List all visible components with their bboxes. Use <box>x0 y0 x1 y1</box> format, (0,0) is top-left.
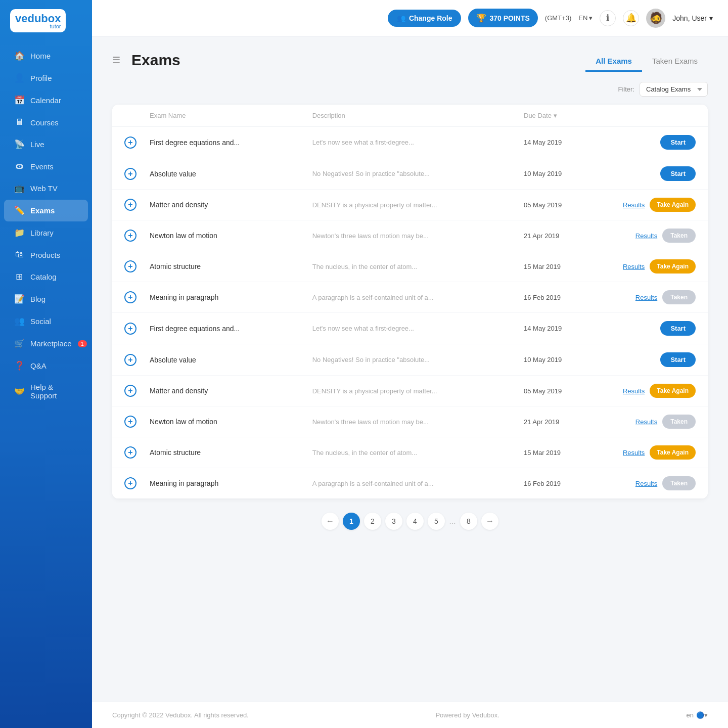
results-link[interactable]: Results <box>623 449 645 457</box>
courses-icon: 🖥 <box>14 117 24 127</box>
calendar-icon: 📅 <box>14 95 24 106</box>
take-again-button[interactable]: Take Again <box>650 198 696 212</box>
exam-name: First degree equations and... <box>150 325 312 333</box>
page-button-2[interactable]: 2 <box>364 513 381 530</box>
exam-name: Newton law of motion <box>150 418 312 426</box>
expand-button[interactable]: + <box>124 291 136 303</box>
change-role-button[interactable]: 👥 Change Role <box>388 10 462 27</box>
change-role-label: Change Role <box>409 14 452 22</box>
sidebar-item-marketplace[interactable]: 🛒 Marketplace 1 <box>4 333 88 354</box>
exam-desc: The nucleus, in the center of atom... <box>312 263 524 270</box>
expand-button[interactable]: + <box>124 477 136 489</box>
sidebar-item-social[interactable]: 👥 Social <box>4 310 88 332</box>
sidebar-item-library[interactable]: 📁 Library <box>4 222 88 244</box>
exam-name: Matter and density <box>150 387 312 395</box>
next-page-button[interactable]: → <box>481 513 498 530</box>
sidebar-item-live[interactable]: 📡 Live <box>4 133 88 155</box>
results-link[interactable]: Results <box>635 418 657 426</box>
expand-button[interactable]: + <box>124 323 136 335</box>
expand-button[interactable]: + <box>124 230 136 242</box>
flag-icon: 🔵▾ <box>696 711 708 719</box>
tab-all-exams[interactable]: All Exams <box>585 52 642 72</box>
sidebar-item-events[interactable]: 🎟 Events <box>4 156 88 177</box>
expand-button[interactable]: + <box>124 385 136 397</box>
exam-date: 14 May 2019 <box>524 325 605 332</box>
sidebar-item-webtv[interactable]: 📺 Web TV <box>4 177 88 199</box>
page-button-5[interactable]: 5 <box>428 513 445 530</box>
results-link[interactable]: Results <box>623 263 645 270</box>
take-again-button[interactable]: Take Again <box>650 259 696 274</box>
sidebar-item-exams[interactable]: ✏️ Exams <box>4 200 88 221</box>
exam-desc: DENSITY is a physical property of matter… <box>312 201 524 209</box>
language-selector[interactable]: EN ▾ <box>578 14 593 22</box>
hamburger-icon[interactable]: ☰ <box>112 55 120 66</box>
expand-button[interactable]: + <box>124 260 136 272</box>
filter-select[interactable]: Catalog Exams <box>640 82 708 97</box>
expand-button[interactable]: + <box>124 168 136 180</box>
expand-button[interactable]: + <box>124 354 136 366</box>
exam-date: 15 Mar 2019 <box>524 449 605 457</box>
info-icon: ℹ <box>606 13 609 23</box>
trophy-icon: 🏆 <box>476 13 486 23</box>
table-row: + Absolute value No Negatives! So in pra… <box>112 344 708 376</box>
exam-date: 21 Apr 2019 <box>524 418 605 426</box>
points-button[interactable]: 🏆 370 POINTS <box>468 9 537 27</box>
sidebar-item-blog[interactable]: 📝 Blog <box>4 288 88 310</box>
expand-cell: + <box>124 354 150 366</box>
logo-text: vedu <box>15 12 41 25</box>
expand-cell: + <box>124 385 150 397</box>
results-link[interactable]: Results <box>635 232 657 240</box>
expand-cell: + <box>124 446 150 459</box>
start-button[interactable]: Start <box>660 135 696 150</box>
sidebar-item-home[interactable]: 🏠 Home <box>4 45 88 67</box>
exam-date: 05 May 2019 <box>524 201 605 209</box>
results-link[interactable]: Results <box>635 480 657 487</box>
footer-lang[interactable]: en 🔵▾ <box>687 711 708 719</box>
webtv-icon: 📺 <box>14 183 24 194</box>
sidebar-item-catalog[interactable]: ⊞ Catalog <box>4 266 88 288</box>
sidebar-item-profile[interactable]: 👤 Profile <box>4 67 88 89</box>
take-again-button[interactable]: Take Again <box>650 384 696 398</box>
col-date[interactable]: Due Date ▾ <box>524 112 605 119</box>
tab-taken-exams[interactable]: Taken Exams <box>642 52 708 72</box>
expand-button[interactable]: + <box>124 136 136 149</box>
results-link[interactable]: Results <box>623 201 645 209</box>
exam-actions: Start <box>605 166 696 181</box>
expand-button[interactable]: + <box>124 416 136 428</box>
prev-page-button[interactable]: ← <box>322 513 339 530</box>
start-button[interactable]: Start <box>660 352 696 367</box>
notifications-button[interactable]: 🔔 <box>623 10 639 26</box>
page-button-8[interactable]: 8 <box>460 513 477 530</box>
start-button[interactable]: Start <box>660 166 696 181</box>
catalog-icon: ⊞ <box>14 271 24 282</box>
sidebar-item-courses[interactable]: 🖥 Courses <box>4 112 88 133</box>
sidebar-item-help[interactable]: 🤝 Help & Support <box>4 377 88 405</box>
start-button[interactable]: Start <box>660 321 696 336</box>
exam-desc: Let's now see what a first-degree... <box>312 325 524 332</box>
sidebar-label-home: Home <box>30 52 51 60</box>
library-icon: 📁 <box>14 228 24 238</box>
taken-button: Taken <box>662 229 696 243</box>
badge-marketplace: 1 <box>78 340 87 347</box>
expand-button[interactable]: + <box>124 446 136 459</box>
sidebar-item-calendar[interactable]: 📅 Calendar <box>4 89 88 111</box>
expand-button[interactable]: + <box>124 199 136 211</box>
page-button-3[interactable]: 3 <box>385 513 402 530</box>
home-icon: 🏠 <box>14 51 24 61</box>
exam-desc: No Negatives! So in practice "absolute..… <box>312 356 524 363</box>
page-button-1[interactable]: 1 <box>343 513 360 530</box>
page-button-4[interactable]: 4 <box>406 513 424 530</box>
results-link[interactable]: Results <box>623 387 645 395</box>
exam-actions: Results Take Again <box>605 384 696 398</box>
sidebar-label-events: Events <box>30 162 54 171</box>
info-button[interactable]: ℹ <box>600 10 616 26</box>
sidebar-item-products[interactable]: 🛍 Products <box>4 244 88 265</box>
results-link[interactable]: Results <box>635 294 657 301</box>
sidebar-item-qa[interactable]: ❓ Q&A <box>4 355 88 377</box>
user-menu[interactable]: John, User ▾ <box>672 14 713 22</box>
table-row: + Absolute value No Negatives! So in pra… <box>112 158 708 190</box>
expand-cell: + <box>124 323 150 335</box>
take-again-button[interactable]: Take Again <box>650 445 696 460</box>
chevron-down-icon: ▾ <box>589 14 593 22</box>
live-icon: 📡 <box>14 139 24 150</box>
